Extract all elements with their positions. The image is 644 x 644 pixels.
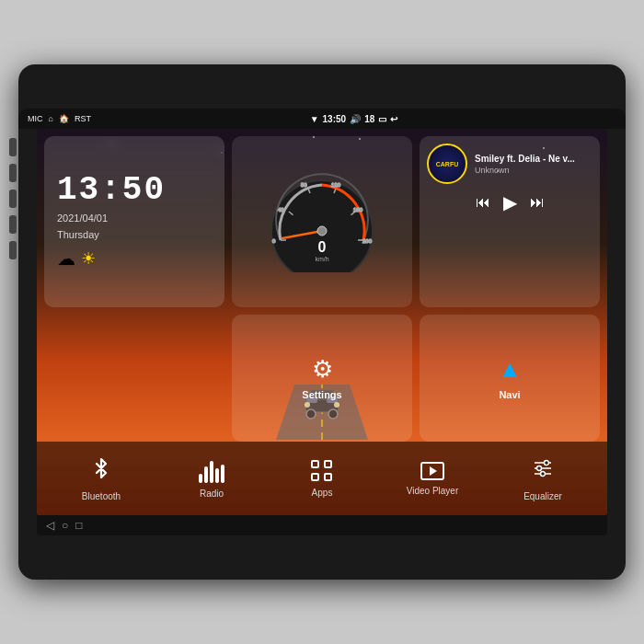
clock-widget[interactable]: 13:50 2021/04/01 Thursday ☁ ☀ [44,136,224,307]
navi-icon: ▲ [498,355,522,384]
settings-navi-row: ⚙ Settings ▲ Navi [232,315,600,443]
bluetooth-icon [89,456,113,486]
video-icon [420,462,444,480]
settings-widget[interactable]: ⚙ Settings [232,315,412,443]
vol-down-button[interactable] [9,241,17,259]
play-button[interactable]: ▶ [503,191,517,213]
app-dot-1 [311,460,319,468]
home-icon: ⌂ [49,114,53,123]
navi-label: Navi [499,389,520,400]
speedometer-widget[interactable]: 0 40 80 120 160 [232,136,412,307]
clock-date-line1: 2021/04/01 [57,213,108,224]
status-time: 13:50 [323,114,347,124]
device-shell: MIC ⌂ 🏠 RST ▼ 13:50 🔊 18 ▭ ↩ [18,64,626,580]
svg-text:200: 200 [362,238,373,244]
equalizer-icon [531,456,555,486]
main-screen: 13:50 2021/04/01 Thursday ☁ ☀ [37,129,607,515]
svg-text:120: 120 [331,182,341,188]
navi-widget[interactable]: ▲ Navi [420,315,600,443]
app-dot-4 [324,473,332,481]
vol-up-button[interactable] [9,215,17,234]
status-bar: MIC ⌂ 🏠 RST ▼ 13:50 🔊 18 ▭ ↩ [18,109,626,129]
app-dot-2 [324,460,332,468]
apps-icon [311,460,333,482]
music-title: Smiley ft. Delia - Ne v... [475,154,592,164]
rst-label: RST [75,114,91,123]
video-player-button[interactable]: Video Player [377,462,488,496]
status-center: ▼ 13:50 🔊 18 ▭ ↩ [310,114,398,124]
apps-label: Apps [312,488,333,498]
equalizer-button[interactable]: Equalizer [488,456,598,501]
bottom-bar: Bluetooth Radio [37,442,607,515]
home-filled-icon: 🏠 [59,114,69,123]
nav-back-icon[interactable]: ◁ [46,519,54,532]
album-label: CARFU [436,161,459,167]
volume-icon: 🔊 [350,114,361,124]
status-left: MIC ⌂ 🏠 RST [28,114,91,123]
settings-icon: ⚙ [312,355,333,384]
radio-icon [199,459,224,483]
svg-point-31 [545,460,549,465]
next-button[interactable]: ⏭ [530,194,545,211]
svg-point-30 [537,466,542,470]
nav-home-icon[interactable]: ○ [62,519,68,532]
sun-icon: ☀ [81,248,96,269]
wifi-icon: ▼ [310,114,319,124]
clock-time: 13:50 [57,174,166,207]
nav-bar: ◁ ○ □ [37,515,607,535]
mic-label: MIC [28,114,43,123]
prev-button[interactable]: ⏮ [476,194,490,211]
svg-text:160: 160 [353,207,363,213]
side-buttons [9,138,17,259]
bluetooth-button[interactable]: Bluetooth [46,456,156,501]
music-top: CARFU Smiley ft. Delia - Ne v... Unknown [427,144,592,184]
svg-point-32 [541,471,546,476]
clock-date-line2: Thursday [57,229,99,240]
power-button[interactable] [9,138,17,156]
volume-level: 18 [364,114,374,124]
svg-text:80: 80 [301,182,307,188]
radio-label: Radio [200,489,224,499]
back-button[interactable] [9,190,17,208]
nav-button[interactable] [9,164,17,182]
radio-button[interactable]: Radio [156,459,267,499]
apps-button[interactable]: Apps [267,460,377,498]
album-art: CARFU [427,144,467,184]
app-dot-3 [311,473,319,481]
svg-text:40: 40 [278,207,284,213]
back-nav-icon: ↩ [390,114,397,124]
music-controls: ⏮ ▶ ⏭ [427,191,592,213]
music-info: Smiley ft. Delia - Ne v... Unknown [475,154,592,175]
music-artist: Unknown [475,166,592,175]
equalizer-label: Equalizer [523,491,562,501]
svg-text:0: 0 [318,239,327,255]
speedo-svg: 0 40 80 120 160 [262,171,382,272]
bluetooth-label: Bluetooth [82,491,121,501]
svg-text:km/h: km/h [315,256,328,262]
video-play-icon [430,466,437,476]
settings-label: Settings [302,389,341,400]
svg-point-24 [317,226,327,236]
weather-row: ☁ ☀ [57,247,96,270]
video-label: Video Player [407,486,459,496]
cloud-icon: ☁ [57,247,75,270]
nav-recent-icon[interactable]: □ [75,519,82,532]
widgets-grid: 13:50 2021/04/01 Thursday ☁ ☀ [44,136,600,442]
music-widget[interactable]: CARFU Smiley ft. Delia - Ne v... Unknown… [420,136,600,307]
battery-icon: ▭ [378,114,386,124]
